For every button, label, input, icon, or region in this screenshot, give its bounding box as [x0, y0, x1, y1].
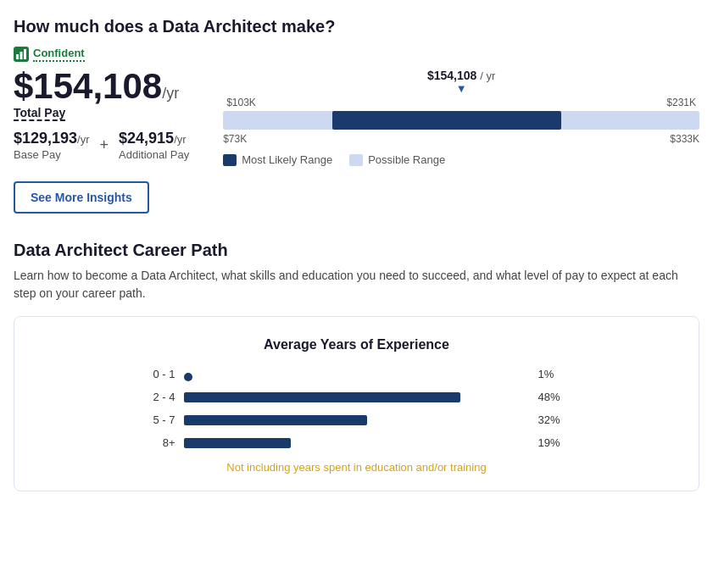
experience-bar-chart: 0 - 1 1% 2 - 4 48% 5 - 7 32%	[145, 368, 569, 449]
salary-number: $154,108	[14, 66, 162, 106]
legend-most-likely: Most Likely Range	[223, 153, 332, 166]
plus-sign: +	[100, 136, 109, 154]
bar-pct-2-4: 48%	[538, 391, 569, 403]
bar-track-5-7	[184, 415, 530, 425]
bar-chart-icon	[16, 49, 26, 59]
additional-pay-value: $24,915	[119, 130, 174, 147]
bar-pct-5-7: 32%	[538, 413, 569, 426]
bar-label-0-1: 0 - 1	[145, 368, 175, 380]
additional-pay-per-yr: /yr	[174, 133, 186, 146]
bar-dot-0-1	[184, 373, 192, 381]
footnote: Not including years spent in education a…	[40, 461, 673, 474]
experience-card-title: Average Years of Experience	[40, 337, 673, 352]
total-pay-label: Total Pay	[14, 106, 65, 121]
range-top-value: $154,108	[427, 69, 476, 82]
bar-label-5-7: 5 - 7	[145, 413, 175, 426]
bar-fill-8plus	[184, 438, 291, 448]
experience-card: Average Years of Experience 0 - 1 1% 2 -…	[14, 316, 699, 491]
range-labels-below: $73K $333K	[223, 133, 699, 145]
legend-possible-swatch	[349, 154, 363, 166]
svg-rect-1	[20, 52, 23, 59]
base-pay-col: $129,193/yr Base Pay	[14, 130, 90, 161]
bar-track-0-1	[184, 369, 530, 380]
bar-row-5-7: 5 - 7 32%	[145, 413, 569, 426]
bar-row-2-4: 2 - 4 48%	[145, 391, 569, 403]
legend-possible: Possible Range	[349, 153, 445, 166]
bar-label-8plus: 8+	[145, 436, 175, 449]
bar-row-8plus: 8+ 19%	[145, 436, 569, 449]
range-top-per-yr: / yr	[480, 69, 495, 82]
bar-track-8plus	[184, 438, 530, 448]
base-pay-label: Base Pay	[14, 148, 90, 161]
range-top-label: $154,108 / yr	[223, 69, 699, 82]
salary-per-yr: /yr	[162, 85, 179, 102]
svg-rect-0	[16, 54, 19, 59]
range-lower-right: $333K	[670, 133, 699, 145]
salary-left: $154,108/yr Total Pay $129,193/yr Base P…	[14, 69, 189, 164]
bar-fill-5-7	[184, 415, 367, 425]
base-pay-per-yr: /yr	[77, 133, 89, 146]
main-salary-value: $154,108/yr	[14, 66, 179, 106]
career-path-title: Data Architect Career Path	[14, 241, 699, 260]
salary-section: $154,108/yr Total Pay $129,193/yr Base P…	[14, 69, 699, 166]
bar-label-2-4: 2 - 4	[145, 391, 175, 403]
range-bar	[223, 111, 699, 130]
range-top-indicator: $154,108 / yr ▼	[223, 69, 699, 95]
range-lower-left: $73K	[223, 133, 247, 145]
bar-row-0-1: 0 - 1 1%	[145, 368, 569, 380]
bar-pct-0-1: 1%	[538, 368, 569, 380]
confident-icon	[14, 47, 29, 62]
range-upper-left: $103K	[226, 97, 256, 108]
main-salary-amount: $154,108/yr	[14, 69, 189, 104]
confident-label: Confident	[33, 47, 85, 62]
base-pay-amount: $129,193/yr	[14, 130, 90, 147]
base-pay-value: $129,193	[14, 130, 77, 147]
bar-pct-8plus: 19%	[538, 436, 569, 449]
range-labels-above: $103K $231K	[223, 97, 699, 108]
additional-pay-col: $24,915/yr Additional Pay	[119, 130, 189, 161]
see-more-insights-button[interactable]: See More Insights	[14, 181, 149, 214]
range-arrow: ▼	[223, 82, 699, 95]
legend-most-likely-swatch	[223, 154, 237, 166]
salary-range-chart: $154,108 / yr ▼ $103K $231K $73K $333K M…	[223, 69, 699, 166]
most-likely-bar	[332, 111, 561, 130]
career-path-description: Learn how to become a Data Architect, wh…	[14, 267, 699, 302]
range-legend: Most Likely Range Possible Range	[223, 153, 699, 166]
career-path-section: Data Architect Career Path Learn how to …	[14, 241, 699, 491]
svg-rect-2	[24, 49, 26, 59]
additional-pay-label: Additional Pay	[119, 148, 189, 161]
bar-fill-2-4	[184, 392, 460, 402]
bar-track-2-4	[184, 392, 530, 402]
range-upper-right: $231K	[666, 97, 696, 108]
legend-possible-label: Possible Range	[368, 153, 445, 166]
additional-pay-amount: $24,915/yr	[119, 130, 189, 147]
confident-badge: Confident	[14, 47, 85, 62]
page-title: How much does a Data Architect make?	[14, 17, 699, 36]
pay-breakdown: $129,193/yr Base Pay + $24,915/yr Additi…	[14, 130, 189, 161]
legend-most-likely-label: Most Likely Range	[242, 153, 332, 166]
